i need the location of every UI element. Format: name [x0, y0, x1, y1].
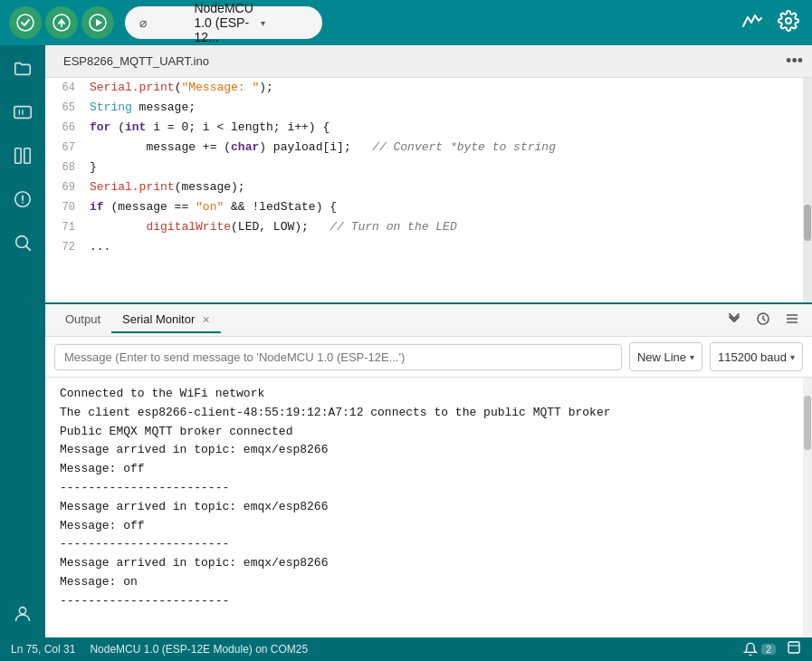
serial-line: Message arrived in topic: emqx/esp8266	[60, 441, 788, 460]
code-line: 66for (int i = 0; i < length; i++) {	[45, 118, 803, 138]
tab-output[interactable]: Output	[54, 307, 111, 333]
code-line: 68}	[45, 158, 803, 177]
svg-rect-9	[15, 148, 21, 164]
panel-tabs: Output Serial Monitor ✕	[45, 304, 812, 337]
sidebar-debug-icon[interactable]	[8, 185, 37, 214]
notification-area[interactable]: 2	[743, 642, 776, 656]
serial-line: Public EMQX MQTT broker connected	[60, 423, 788, 442]
notif-count: 2	[761, 644, 776, 655]
panel-scrollbar[interactable]	[803, 378, 812, 637]
main-area: ESP8266_MQTT_UART.ino ••• 64Serial.print…	[0, 45, 812, 637]
serial-line: Message: off	[60, 460, 788, 479]
code-line: 64Serial.print("Message: ");	[45, 78, 803, 98]
svg-marker-4	[96, 19, 102, 26]
debug-button[interactable]	[81, 6, 114, 39]
code-line: 70if (message == "on" && !ledState) {	[45, 197, 803, 217]
serial-line: ------------------------	[60, 479, 788, 498]
settings-icon-btn[interactable]	[774, 6, 803, 40]
serial-line: Message arrived in topic: emqx/esp8266	[60, 498, 788, 517]
panel-clock-btn[interactable]	[752, 310, 774, 330]
panel-tab-icons	[723, 310, 803, 330]
usb-icon: ⌀	[139, 15, 186, 30]
sidebar-board-icon[interactable]	[8, 98, 37, 127]
serial-close-icon[interactable]: ✕	[202, 314, 210, 325]
serial-line: ------------------------	[60, 592, 788, 611]
newline-label: New Line	[637, 350, 686, 364]
verify-button[interactable]	[9, 6, 42, 39]
baud-label: 115200 baud	[718, 350, 787, 364]
svg-point-16	[19, 608, 25, 614]
serial-line: Message: off	[60, 517, 788, 536]
serial-line: ------------------------	[60, 535, 788, 554]
serial-line: The client esp8266-client-48:55:19:12:A7…	[60, 404, 788, 423]
baud-dropdown[interactable]: 115200 baud ▾	[710, 342, 803, 371]
tab-serial-monitor[interactable]: Serial Monitor ✕	[111, 307, 221, 333]
board-name: NodeMCU 1.0 (ESP-12...	[194, 1, 253, 44]
board-status: NodeMCU 1.0 (ESP-12E Module) on COM25	[90, 643, 308, 656]
sidebar-library-icon[interactable]	[8, 141, 37, 170]
svg-rect-10	[24, 148, 30, 164]
sidebar-search-icon[interactable]	[8, 228, 37, 257]
code-line: 67 message += (char) payload[i]; // Conv…	[45, 138, 803, 158]
upload-button[interactable]	[45, 6, 78, 39]
svg-point-5	[786, 18, 791, 24]
editor-scroll-thumb[interactable]	[804, 205, 811, 241]
svg-line-15	[26, 246, 30, 250]
serial-message-input[interactable]	[54, 344, 622, 370]
sidebar	[0, 45, 45, 637]
toolbar: ⌀ NodeMCU 1.0 (ESP-12... ▾	[0, 0, 812, 45]
serial-line: Connected to the WiFi network	[60, 385, 788, 404]
toolbar-right	[738, 6, 803, 40]
status-right: 2	[743, 640, 801, 658]
status-bar: Ln 75, Col 31 NodeMCU 1.0 (ESP-12E Modul…	[0, 637, 812, 661]
panel-list-btn[interactable]	[781, 310, 803, 330]
board-dropdown-arrow: ▾	[261, 18, 308, 28]
code-lines: 64Serial.print("Message: ");65String mes…	[45, 78, 803, 302]
code-line: 65String message;	[45, 98, 803, 118]
window-icon-btn[interactable]	[787, 640, 801, 658]
editor-scrollbar[interactable]	[803, 78, 812, 302]
panel-scroll-thumb[interactable]	[804, 396, 811, 450]
bottom-panel: Output Serial Monitor ✕	[45, 302, 812, 637]
file-tab-bar: ESP8266_MQTT_UART.ino •••	[45, 45, 812, 78]
serial-input-row: New Line ▾ 115200 baud ▾	[45, 337, 812, 378]
newline-dropdown-arrow: ▾	[690, 352, 694, 362]
serial-output: Connected to the WiFi networkThe client …	[45, 378, 803, 637]
newline-dropdown[interactable]: New Line ▾	[629, 342, 702, 371]
waveform-icon-btn[interactable]	[738, 6, 767, 40]
serial-line: Message: on	[60, 573, 788, 592]
code-line: 72...	[45, 237, 803, 257]
file-more-icon[interactable]: •••	[786, 52, 803, 71]
svg-point-13	[22, 202, 24, 204]
baud-dropdown-arrow: ▾	[790, 352, 795, 362]
panel-collapse-btn[interactable]	[723, 310, 745, 330]
code-editor[interactable]: 64Serial.print("Message: ");65String mes…	[45, 78, 812, 302]
svg-point-0	[17, 14, 33, 31]
svg-rect-21	[788, 642, 799, 653]
sidebar-folder-icon[interactable]	[8, 54, 37, 83]
editor-panel: ESP8266_MQTT_UART.ino ••• 64Serial.print…	[45, 45, 812, 637]
sidebar-user-icon[interactable]	[8, 599, 37, 628]
code-line: 69Serial.print(message);	[45, 177, 803, 197]
serial-line: Message arrived in topic: emqx/esp8266	[60, 554, 788, 573]
file-tab[interactable]: ESP8266_MQTT_UART.ino	[54, 51, 218, 72]
code-line: 71 digitalWrite(LED, LOW); // Turn on th…	[45, 217, 803, 237]
cursor-position: Ln 75, Col 31	[11, 643, 75, 656]
board-selector[interactable]: ⌀ NodeMCU 1.0 (ESP-12... ▾	[125, 6, 322, 39]
